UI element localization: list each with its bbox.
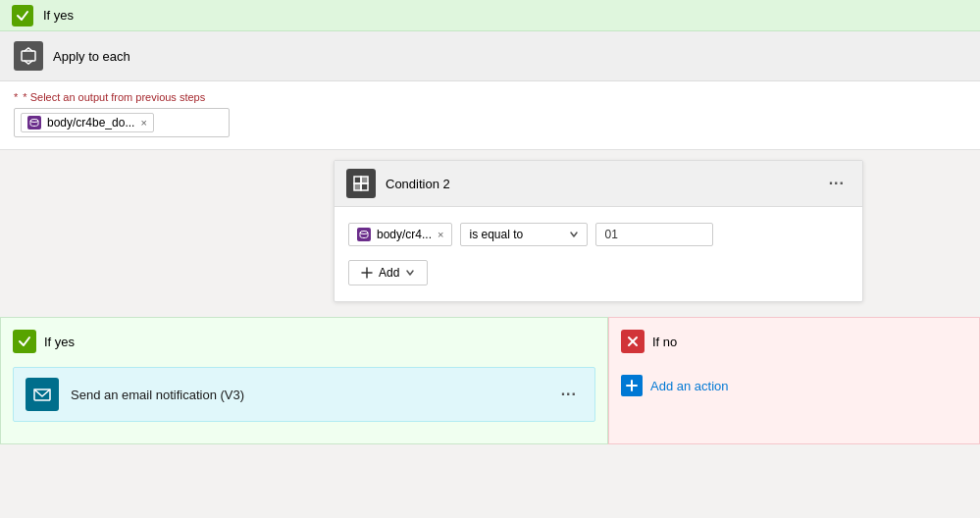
svg-rect-0 — [22, 51, 35, 61]
condition-header[interactable]: Condition 2 ··· — [335, 161, 862, 207]
branch-yes-icon — [13, 330, 36, 353]
branch-yes-label: If yes — [44, 335, 75, 349]
apply-body: * * Select an output from previous steps… — [0, 81, 980, 149]
operator-dropdown[interactable]: is equal to — [460, 223, 588, 246]
condition-card: Condition 2 ··· body/cr4... × — [334, 160, 863, 302]
add-action-button[interactable]: Add an action — [621, 369, 967, 402]
condition-row: body/cr4... × is equal to — [348, 223, 849, 246]
value-input[interactable] — [595, 223, 713, 246]
svg-rect-3 — [361, 183, 368, 190]
svg-rect-5 — [354, 183, 361, 190]
add-action-label: Add an action — [650, 379, 729, 393]
branch-no-header: If no — [621, 330, 967, 353]
top-bar: If yes — [0, 0, 980, 31]
add-action-icon — [621, 375, 643, 396]
token-input-field[interactable]: body/cr4be_do... × — [14, 108, 230, 137]
condition-token[interactable]: body/cr4... × — [348, 223, 452, 246]
token-text: body/cr4be_do... — [47, 116, 134, 130]
apply-to-each-header[interactable]: Apply to each — [0, 31, 980, 81]
condition-wrapper: Condition 2 ··· body/cr4... × — [334, 160, 863, 302]
branch-no-label: If no — [652, 335, 677, 349]
condition-token-close[interactable]: × — [438, 230, 443, 240]
condition-token-icon — [357, 228, 371, 241]
branch-no: If no Add an action — [608, 317, 980, 444]
top-bar-label: If yes — [43, 8, 74, 23]
branch-no-icon — [621, 330, 645, 353]
condition-body: body/cr4... × is equal to — [335, 207, 862, 301]
svg-rect-2 — [354, 177, 361, 183]
branch-yes: If yes Send an email notification (V3) ·… — [0, 317, 608, 444]
branch-yes-header: If yes — [13, 330, 595, 353]
token: body/cr4be_do... × — [21, 113, 154, 132]
add-button[interactable]: Add — [348, 260, 428, 285]
token-close[interactable]: × — [140, 118, 146, 129]
check-icon — [12, 5, 33, 26]
apply-icon — [14, 41, 43, 71]
condition-icon — [346, 169, 376, 198]
condition-title-group: Condition 2 — [346, 169, 450, 198]
condition-token-text: body/cr4... — [377, 228, 432, 241]
apply-to-each-section: Apply to each * * Select an output from … — [0, 31, 980, 150]
condition-area: Condition 2 ··· body/cr4... × — [0, 150, 980, 317]
email-icon — [26, 378, 59, 411]
email-action-menu[interactable]: ··· — [555, 382, 583, 407]
select-label: * * Select an output from previous steps — [14, 91, 966, 103]
svg-point-6 — [360, 232, 368, 234]
email-action-card[interactable]: Send an email notification (V3) ··· — [13, 367, 595, 422]
svg-point-1 — [30, 120, 38, 123]
email-action-label: Send an email notification (V3) — [71, 388, 543, 402]
operator-text: is equal to — [469, 228, 523, 241]
token-db-icon — [27, 116, 41, 130]
svg-rect-4 — [361, 177, 368, 183]
add-label: Add — [379, 266, 399, 280]
branches-container: If yes Send an email notification (V3) ·… — [0, 317, 980, 444]
condition-menu-dots[interactable]: ··· — [823, 171, 851, 196]
apply-title: Apply to each — [53, 49, 130, 64]
condition-title: Condition 2 — [386, 177, 450, 191]
